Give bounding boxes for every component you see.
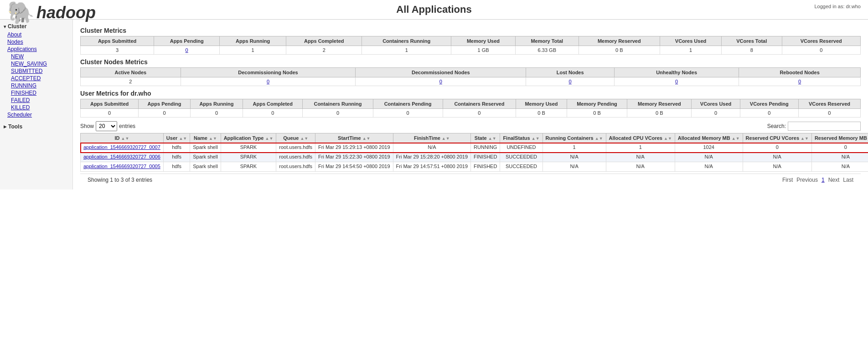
sidebar-item-about[interactable]: About: [7, 31, 69, 38]
tools-section-header[interactable]: ▸ Tools: [4, 123, 69, 130]
tools-arrow: ▸: [4, 123, 6, 130]
cm-header-4: Containers Running: [362, 36, 451, 46]
apps-col-starttime[interactable]: StartTime ▲▼: [315, 133, 393, 143]
sort-icon-name: ▲▼: [209, 136, 217, 141]
cell-res-mem: N/A: [811, 153, 868, 162]
cell-starttime: Fri Mar 29 14:54:50 +0800 2019: [315, 162, 393, 172]
search-area: Search:: [767, 122, 861, 131]
sort-icon-queue: ▲▼: [300, 136, 308, 141]
main-layout: ▾ Cluster About Nodes Applications NEW N…: [0, 20, 868, 189]
sidebar-item-killed[interactable]: KILLED: [11, 104, 69, 111]
um-header-8: Memory Pending: [567, 99, 627, 109]
applications-table: ID ▲▼ User ▲▼ Name ▲▼ Application Type ▲…: [80, 133, 868, 172]
app-id-link[interactable]: application_1546669320727_0007: [83, 144, 160, 150]
cell-finalstatus: SUCCEEDED: [500, 153, 542, 162]
um-val-4: 0: [303, 109, 373, 118]
sidebar-item-submitted[interactable]: SUBMITTED: [11, 68, 69, 74]
sidebar-item-new[interactable]: NEW: [11, 53, 69, 60]
cell-name: Spark shell: [190, 153, 221, 162]
apps-col-running-containers[interactable]: Running Containers ▲▼: [542, 133, 606, 143]
sidebar-item-accepted[interactable]: ACCEPTED: [11, 75, 69, 82]
sort-icon-finalstatus: ▲▼: [532, 136, 540, 141]
cm-val-7: 0 B: [579, 46, 660, 55]
cell-apptype: SPARK: [221, 162, 276, 172]
cnm-val-2: 0: [356, 77, 526, 86]
show-entries: Show 20 10 50 100 entries: [80, 121, 135, 131]
um-val-2: 0: [190, 109, 243, 118]
cell-running-containers: N/A: [542, 162, 606, 172]
pagination-page-1[interactable]: 1: [822, 177, 825, 183]
apps-col-id[interactable]: ID ▲▼: [81, 133, 164, 143]
apps-col-apptype[interactable]: Application Type ▲▼: [221, 133, 276, 143]
cluster-arrow: ▾: [4, 24, 6, 29]
pagination-next[interactable]: Next: [828, 177, 840, 183]
apps-col-res-cpu[interactable]: Reserved CPU VCores ▲▼: [743, 133, 811, 143]
cell-finishtime: N/A: [393, 143, 470, 153]
app-sub-links: NEW NEW_SAVING SUBMITTED ACCEPTED RUNNIN…: [7, 53, 69, 111]
um-val-1: 0: [139, 109, 191, 118]
sidebar-item-nodes[interactable]: Nodes: [7, 39, 69, 45]
apps-col-user[interactable]: User ▲▼: [163, 133, 190, 143]
pagination-first[interactable]: First: [782, 177, 793, 183]
cell-res-mem: 0: [811, 143, 868, 153]
show-search-row: Show 20 10 50 100 entries Search:: [80, 121, 861, 131]
um-header-0: Apps Submitted: [81, 99, 139, 109]
cell-starttime: Fri Mar 29 15:29:13 +0800 2019: [315, 143, 393, 153]
um-val-0: 0: [81, 109, 139, 118]
cnm-header-3: Lost Nodes: [526, 68, 615, 77]
cnm-header-4: Unhealthy Nodes: [614, 68, 739, 77]
showing-text: Showing 1 to 3 of 3 entries: [88, 177, 152, 183]
sidebar-item-failed[interactable]: FAILED: [11, 97, 69, 103]
cell-apptype: SPARK: [221, 143, 276, 153]
cell-id: application_1546669320727_0006: [81, 153, 164, 162]
user-metrics-title: User Metrics for dr.who: [80, 90, 861, 97]
cnm-val-4: 0: [614, 77, 739, 86]
apps-col-state[interactable]: State ▲▼: [471, 133, 500, 143]
sidebar-item-running[interactable]: RUNNING: [11, 82, 69, 89]
cm-val-2: 1: [220, 46, 286, 55]
sort-icon-finishtime: ▲▼: [442, 136, 450, 141]
cell-name: Spark shell: [190, 162, 221, 172]
um-val-6: 0: [443, 109, 516, 118]
cell-starttime: Fri Mar 29 15:22:30 +0800 2019: [315, 153, 393, 162]
cell-finalstatus: SUCCEEDED: [500, 162, 542, 172]
sidebar-item-new-saving[interactable]: NEW_SAVING: [11, 61, 69, 67]
pagination-last[interactable]: Last: [843, 177, 853, 183]
apps-col-res-mem[interactable]: Reserved Memory MB ▲▼: [811, 133, 868, 143]
apps-col-alloc-mem[interactable]: Allocated Memory MB ▲▼: [675, 133, 743, 143]
um-header-6: Containers Reserved: [443, 99, 516, 109]
pagination-nav: First Previous 1 Next Last: [782, 177, 853, 183]
cell-finishtime: Fri Mar 29 15:28:20 +0800 2019: [393, 153, 470, 162]
cell-finishtime: Fri Mar 29 14:57:51 +0800 2019: [393, 162, 470, 172]
cm-header-10: VCores Reserved: [782, 36, 860, 46]
sidebar-item-applications[interactable]: Applications: [7, 46, 69, 52]
um-val-7: 0 B: [516, 109, 567, 118]
um-header-4: Containers Running: [303, 99, 373, 109]
pagination-previous[interactable]: Previous: [796, 177, 818, 183]
cnm-header-2: Decommissioned Nodes: [356, 68, 526, 77]
entries-select[interactable]: 20 10 50 100: [96, 121, 117, 131]
apps-col-queue[interactable]: Queue ▲▼: [276, 133, 315, 143]
app-id-link[interactable]: application_1546669320727_0006: [83, 154, 160, 159]
apps-col-finishtime[interactable]: FinishTime ▲▼: [393, 133, 470, 143]
cell-id: application_1546669320727_0007: [81, 143, 164, 153]
sidebar-item-scheduler[interactable]: Scheduler: [7, 112, 69, 118]
sidebar-item-finished[interactable]: FINISHED: [11, 90, 69, 96]
um-val-12: 0: [798, 109, 860, 118]
apps-col-name[interactable]: Name ▲▼: [190, 133, 221, 143]
search-input[interactable]: [788, 122, 861, 131]
cnm-val-1: 0: [181, 77, 356, 86]
cm-val-4: 1: [362, 46, 451, 55]
cell-running-containers: N/A: [542, 153, 606, 162]
apps-col-finalstatus[interactable]: FinalStatus ▲▼: [500, 133, 542, 143]
cell-alloc-mem: 1024: [675, 143, 743, 153]
page-header: 🐘 hadoop All Applications Logged in as: …: [0, 0, 868, 20]
cell-user: hdfs: [163, 153, 190, 162]
cnm-header-5: Rebooted Nodes: [739, 68, 861, 77]
apps-col-alloc-cpu[interactable]: Allocated CPU VCores ▲▼: [606, 133, 675, 143]
sort-icon-id: ▲▼: [121, 136, 129, 141]
um-header-12: VCores Reserved: [798, 99, 860, 109]
cluster-nodes-metrics-title: Cluster Nodes Metrics: [80, 58, 861, 66]
app-id-link[interactable]: application_1546669320727_0005: [83, 164, 160, 169]
cm-header-0: Apps Submitted: [81, 36, 154, 46]
